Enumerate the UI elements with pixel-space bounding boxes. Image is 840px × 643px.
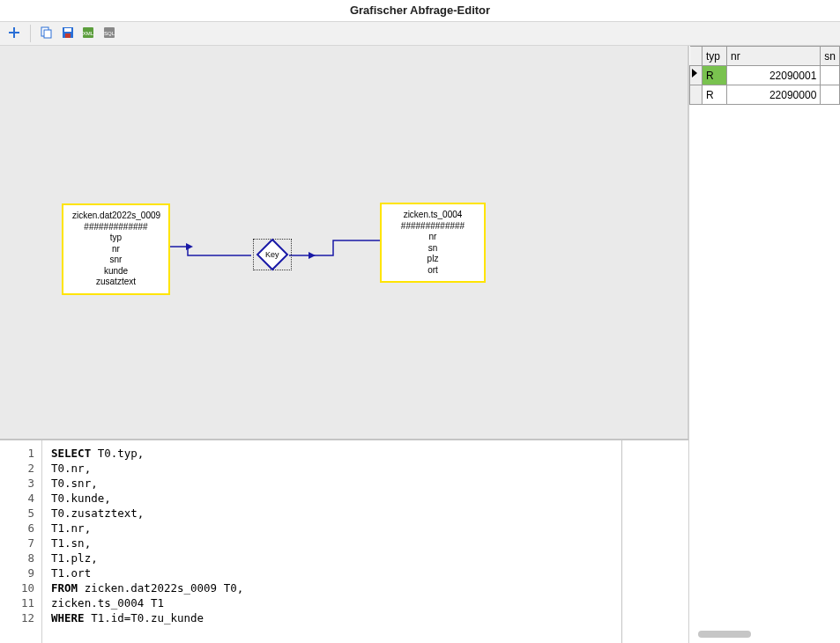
line-number: 10	[0, 580, 34, 595]
export-xml-button[interactable]: XML	[80, 25, 98, 42]
entity-separator: #############	[72, 222, 160, 233]
entity-title: zicken.dat2022s_0009	[72, 211, 160, 222]
line-number: 11	[0, 595, 34, 610]
sql-line[interactable]: T0.snr,	[51, 476, 243, 491]
svg-text:XML: XML	[83, 31, 94, 36]
save-icon	[62, 26, 74, 41]
plus-icon	[8, 26, 20, 41]
entity-field[interactable]: ort	[390, 265, 475, 277]
export-sql-button[interactable]: SQL	[101, 25, 119, 42]
line-number: 5	[0, 506, 34, 521]
row-header[interactable]	[690, 85, 702, 105]
sql-line[interactable]: T0.kunde,	[51, 491, 243, 506]
cell-sn[interactable]	[821, 66, 840, 85]
entity-field[interactable]: plz	[390, 254, 475, 265]
sql-line[interactable]: WHERE T1.id=T0.zu_kunde	[51, 610, 243, 625]
line-number: 2	[0, 461, 34, 476]
sql-line[interactable]: T1.ort	[51, 565, 243, 580]
svg-rect-3	[64, 28, 71, 32]
line-number: 12	[0, 610, 34, 625]
entity-t0[interactable]: zicken.dat2022s_0009#############typnrsn…	[62, 203, 170, 295]
cell-sn[interactable]	[821, 85, 840, 105]
window-title-text: Grafischer Abfrage-Editor	[350, 4, 490, 17]
sql-line[interactable]: T0.nr,	[51, 461, 243, 476]
cell-nr[interactable]: 22090001	[727, 66, 821, 85]
entity-t1[interactable]: zicken.ts_0004#############nrsnplzort	[380, 203, 486, 283]
grid-corner	[690, 47, 702, 66]
line-number: 9	[0, 565, 34, 580]
sql-line[interactable]: SELECT T0.typ,	[51, 446, 243, 461]
sql-line[interactable]: zicken.ts_0004 T1	[51, 595, 243, 610]
table-row[interactable]: R22090000	[690, 85, 840, 105]
sql-line[interactable]: T1.nr,	[51, 521, 243, 536]
svg-rect-4	[65, 33, 71, 38]
row-header[interactable]	[690, 66, 702, 85]
relation-node[interactable]: Key	[253, 239, 292, 270]
relation-label: Key	[265, 250, 279, 259]
results-panel: typ nr sn R22090001R22090000	[688, 46, 840, 643]
window-title: Grafischer Abfrage-Editor	[0, 0, 840, 21]
toolbar-separator	[30, 25, 31, 42]
results-table[interactable]: typ nr sn R22090001R22090000	[689, 46, 840, 105]
col-typ[interactable]: typ	[702, 47, 727, 66]
cell-typ[interactable]: R	[702, 66, 727, 85]
line-number: 6	[0, 521, 34, 536]
copy-icon	[41, 26, 53, 41]
connector-left	[170, 241, 256, 264]
connector-right	[289, 235, 384, 263]
svg-rect-1	[44, 30, 51, 38]
entity-field[interactable]: nr	[72, 244, 160, 255]
col-nr[interactable]: nr	[727, 47, 821, 66]
sql-divider[interactable]	[621, 440, 622, 643]
row-pointer-icon	[692, 69, 697, 78]
entity-title: zicken.ts_0004	[390, 210, 475, 221]
sql-line[interactable]: T1.sn,	[51, 536, 243, 551]
entity-field[interactable]: kunde	[72, 266, 160, 277]
table-row[interactable]: R22090001	[690, 66, 840, 85]
sql-icon: SQL	[103, 26, 117, 41]
diagram-canvas[interactable]: Key zicken.dat2022s_0009#############typ…	[0, 46, 688, 439]
sql-line[interactable]: T1.plz,	[51, 551, 243, 565]
xml-icon: XML	[82, 26, 96, 41]
entity-field[interactable]: nr	[390, 232, 475, 243]
diamond-icon: Key	[256, 239, 289, 271]
line-number: 8	[0, 551, 34, 565]
copy-button[interactable]	[38, 25, 56, 42]
entity-field[interactable]: sn	[390, 243, 475, 255]
entity-field[interactable]: zusatztext	[72, 277, 160, 288]
svg-text:SQL: SQL	[104, 31, 115, 36]
line-number: 1	[0, 446, 34, 461]
sql-line[interactable]: T0.zusatztext,	[51, 506, 243, 521]
entity-field[interactable]: typ	[72, 233, 160, 244]
entity-field[interactable]: snr	[72, 255, 160, 266]
sql-code[interactable]: SELECT T0.typ,T0.nr,T0.snr,T0.kunde,T0.z…	[42, 440, 252, 643]
add-button[interactable]	[5, 25, 23, 42]
cell-typ[interactable]: R	[702, 85, 727, 105]
col-sn[interactable]: sn	[821, 47, 840, 66]
save-button[interactable]	[59, 25, 77, 42]
sql-line[interactable]: FROM zicken.dat2022s_0009 T0,	[51, 580, 243, 595]
horizontal-scrollbar[interactable]	[698, 631, 751, 638]
toolbar: XML SQL	[0, 21, 840, 46]
entity-separator: #############	[390, 221, 475, 233]
line-number: 3	[0, 476, 34, 491]
sql-editor[interactable]: 123456789101112 SELECT T0.typ,T0.nr,T0.s…	[0, 439, 688, 643]
cell-nr[interactable]: 22090000	[727, 85, 821, 105]
sql-gutter: 123456789101112	[0, 440, 42, 643]
line-number: 7	[0, 536, 34, 551]
line-number: 4	[0, 491, 34, 506]
